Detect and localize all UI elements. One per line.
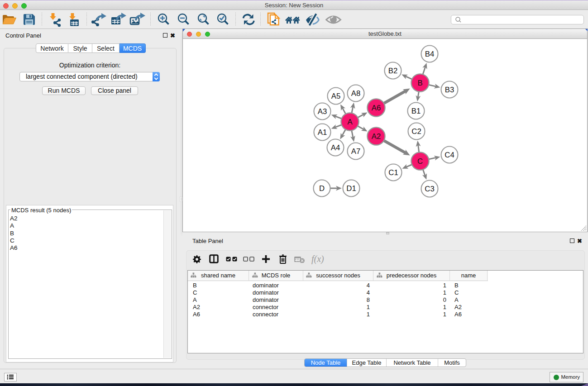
svg-text:A: A: [347, 118, 353, 126]
svg-text:A4: A4: [331, 143, 340, 152]
svg-text:A2: A2: [372, 132, 381, 141]
svg-text:B3: B3: [445, 86, 454, 94]
svg-text:B4: B4: [425, 50, 435, 58]
svg-text:C2: C2: [411, 127, 421, 136]
svg-text:B2: B2: [388, 67, 398, 75]
svg-text:A8: A8: [351, 89, 361, 98]
svg-text:A7: A7: [351, 147, 361, 156]
svg-text:C: C: [417, 157, 423, 166]
svg-text:D1: D1: [346, 184, 356, 193]
svg-text:A6: A6: [372, 104, 381, 112]
svg-text:A5: A5: [331, 92, 341, 100]
svg-text:B1: B1: [411, 107, 421, 115]
svg-text:C4: C4: [445, 151, 454, 159]
svg-text:A3: A3: [318, 107, 327, 116]
svg-text:A1: A1: [318, 128, 327, 137]
svg-text:C1: C1: [388, 168, 398, 177]
svg-text:C3: C3: [425, 185, 434, 193]
svg-text:D: D: [319, 184, 325, 193]
svg-text:B: B: [417, 79, 422, 87]
